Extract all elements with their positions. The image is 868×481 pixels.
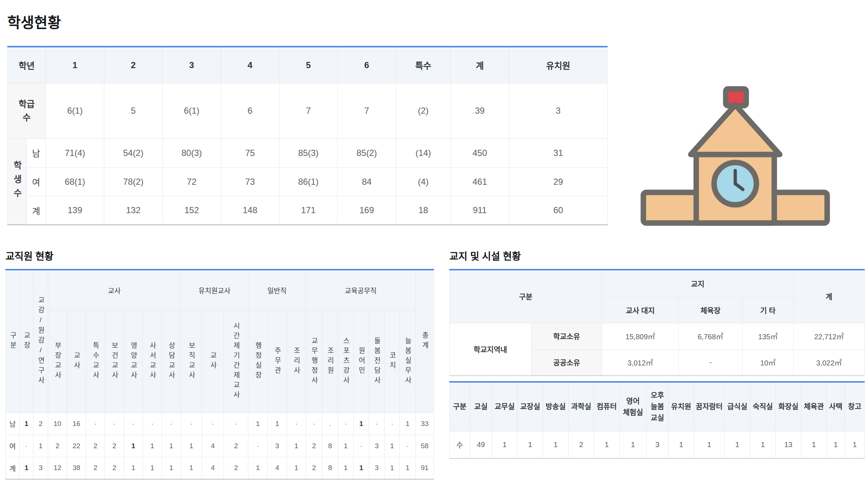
room-column-header: 꿈자람터 bbox=[694, 382, 725, 431]
student-count-label: 학생수 bbox=[8, 138, 27, 225]
staff-column-header: 교무행정사 bbox=[306, 310, 322, 412]
student-row-female: 여 68(1)78(2)727386(1)84(4)46129 bbox=[8, 167, 608, 196]
room-count-cell: 1 bbox=[518, 431, 543, 458]
room-column-header: 체육관 bbox=[801, 382, 827, 431]
staff-count-cell: · bbox=[202, 412, 224, 435]
room-column-header: 숙직실 bbox=[750, 382, 776, 431]
staff-count-cell: 1 bbox=[143, 435, 162, 457]
student-count-cell: 84 bbox=[338, 167, 396, 196]
staff-count-cell: · bbox=[385, 412, 400, 435]
staff-count-cell: 2 bbox=[306, 435, 322, 457]
staff-count-cell: 2 bbox=[105, 457, 124, 479]
staff-count-cell: 1 bbox=[385, 457, 400, 479]
staff-count-cell: 1 bbox=[20, 412, 34, 435]
group-header-kindergarten-teachers: 유치원교사 bbox=[181, 270, 248, 310]
staff-count-cell: 1 bbox=[400, 457, 416, 479]
land-area-cell: 15,809㎡ bbox=[602, 323, 679, 349]
staff-count-cell: 1 bbox=[287, 435, 306, 457]
staff-count-cell: 1 bbox=[20, 457, 34, 479]
row-label-male: 남 bbox=[6, 412, 20, 435]
land-column-header: 체육장 bbox=[679, 297, 743, 323]
row-label-male: 남 bbox=[27, 138, 46, 167]
column-header-grand-total: 총계 bbox=[416, 270, 434, 412]
class-count-row: 학급 수 6(1)56(1)677(2)393 bbox=[8, 83, 608, 138]
land-row-school-owned: 학교지역내 학교소유 15,809㎡6,768㎡135㎡22,712㎡ bbox=[450, 323, 865, 349]
staff-count-cell: 4 bbox=[202, 435, 224, 457]
staff-row-total: 계 13123822111142141281131191 bbox=[6, 457, 434, 479]
staff-count-cell: 2 bbox=[105, 435, 124, 457]
student-count-cell: 80(3) bbox=[163, 138, 221, 167]
staff-count-cell: 1 bbox=[268, 412, 287, 435]
staff-column-header: 사서교사 bbox=[143, 310, 162, 412]
land-area-cell: 22,712㎡ bbox=[794, 323, 865, 349]
grade-column-header: 4 bbox=[221, 47, 279, 83]
room-count-cell: 3 bbox=[647, 431, 669, 458]
student-row-total: 계 1391321521481711691891160 bbox=[8, 196, 608, 225]
staff-count-cell: 1 bbox=[181, 457, 202, 479]
room-count-cell: 1 bbox=[594, 431, 620, 458]
area-label: 학교지역내 bbox=[450, 323, 531, 376]
staff-column-header: 늘봄실무사 bbox=[400, 310, 416, 412]
staff-count-cell: 1 bbox=[400, 412, 416, 435]
student-count-cell: 73 bbox=[221, 167, 279, 196]
student-count-cell: 139 bbox=[46, 196, 104, 225]
grade-column-header: 특수 bbox=[396, 47, 451, 83]
staff-row-female: 여 ·122222111142·31281·31·58 bbox=[6, 435, 434, 457]
student-count-cell: 71(4) bbox=[46, 138, 104, 167]
class-count-cell: 6(1) bbox=[163, 83, 221, 138]
staff-column-header: 영양교사 bbox=[124, 310, 143, 412]
rooms-header-row: 구분교실교무실교장실방송실과학실컴퓨터영어 체험실오후 늘봄 교실유치원꿈자람터… bbox=[450, 382, 865, 431]
staff-column-header: 조리원 bbox=[322, 310, 338, 412]
student-count-cell: 68(1) bbox=[46, 167, 104, 196]
land-corner-label: 구분 bbox=[450, 270, 602, 323]
grade-column-header: 1 bbox=[46, 47, 104, 83]
staff-count-cell: 1 bbox=[385, 435, 400, 457]
student-count-cell: 171 bbox=[279, 196, 338, 225]
staff-count-cell: · bbox=[105, 412, 124, 435]
row-label-school-owned: 학교소유 bbox=[531, 323, 602, 349]
student-count-cell: 461 bbox=[451, 167, 509, 196]
staff-count-cell: · bbox=[124, 412, 143, 435]
staff-column-header: 보건교사 bbox=[105, 310, 124, 412]
school-land-table: 구분 교지 계 교사 대지체육장기 타 학교지역내 학교소유 15,809㎡6,… bbox=[449, 269, 865, 376]
row-label-public-owned: 공공소유 bbox=[531, 349, 602, 376]
staff-count-cell: 3 bbox=[369, 435, 385, 457]
land-area-cell: 135㎡ bbox=[743, 323, 794, 349]
room-column-header: 교장실 bbox=[518, 382, 543, 431]
room-count-cell: 1 bbox=[543, 431, 569, 458]
student-count-cell: 86(1) bbox=[279, 167, 338, 196]
staff-count-cell: 1 bbox=[143, 457, 162, 479]
room-count-cell: 1 bbox=[827, 431, 845, 458]
staff-count-cell: · bbox=[306, 412, 322, 435]
student-count-cell: 78(2) bbox=[104, 167, 163, 196]
room-column-header: 구분 bbox=[450, 382, 470, 431]
staff-count-cell: 12 bbox=[48, 457, 67, 479]
staff-count-cell: 3 bbox=[34, 457, 48, 479]
land-area-cell: - bbox=[679, 349, 743, 376]
student-count-cell: 911 bbox=[451, 196, 509, 225]
land-group-header-row: 구분 교지 계 bbox=[450, 270, 865, 297]
room-count-cell: 13 bbox=[776, 431, 801, 458]
room-count-cell: 49 bbox=[470, 431, 492, 458]
staff-column-header: 특수교사 bbox=[86, 310, 105, 412]
grade-column-header: 5 bbox=[279, 47, 338, 83]
class-count-cell: 7 bbox=[338, 83, 396, 138]
land-column-header: 교사 대지 bbox=[602, 297, 679, 323]
staff-count-cell: 1 bbox=[124, 435, 143, 457]
column-header-principal: 교장 bbox=[20, 270, 34, 412]
staff-count-cell: 16 bbox=[67, 412, 86, 435]
student-count-cell: 152 bbox=[163, 196, 221, 225]
facility-section-title: 교지 및 시설 현황 bbox=[449, 249, 521, 263]
class-count-cell: 39 bbox=[451, 83, 509, 138]
room-count-cell: 1 bbox=[801, 431, 827, 458]
room-column-header: 방송실 bbox=[543, 382, 569, 431]
staff-count-cell: 4 bbox=[268, 457, 287, 479]
staff-count-cell: · bbox=[224, 412, 248, 435]
room-column-header: 교실 bbox=[470, 382, 492, 431]
class-count-cell: 7 bbox=[279, 83, 338, 138]
staff-count-cell: 2 bbox=[48, 435, 67, 457]
student-section-title: 학생현황 bbox=[7, 11, 61, 32]
staff-column-header: 주무관 bbox=[268, 310, 287, 412]
grade-column-header: 6 bbox=[338, 47, 396, 83]
land-area-cell: 10㎡ bbox=[743, 349, 794, 376]
